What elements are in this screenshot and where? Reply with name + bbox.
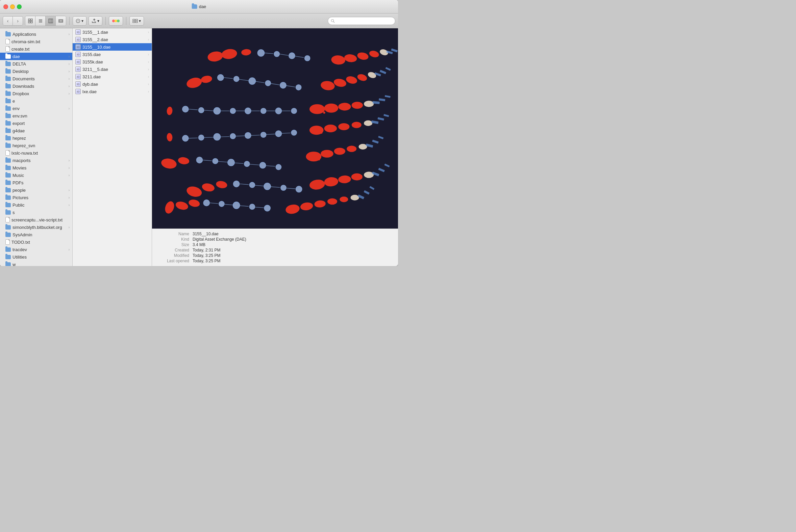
- file-name: 3155.dae: [83, 52, 101, 57]
- sidebar-item-simoncblyth-bitbucket-org[interactable]: simoncblyth.bitbucket.org›: [0, 224, 72, 231]
- sidebar-item-macports[interactable]: macports›: [0, 157, 72, 164]
- svg-point-76: [275, 108, 282, 114]
- sidebar: Applications›chroma-sim.txtcreate.txtdae…: [0, 28, 73, 266]
- sidebar-item-label: Public: [13, 203, 24, 208]
- svg-point-64: [182, 106, 188, 112]
- svg-point-142: [264, 183, 271, 190]
- file-row[interactable]: 3Ddyb.dae›: [73, 80, 152, 88]
- search-box[interactable]: [328, 17, 395, 25]
- sidebar-item-chroma-sim-txt[interactable]: chroma-sim.txt: [0, 38, 72, 45]
- sidebar-item-w[interactable]: w: [0, 261, 72, 266]
- dae-file-icon: 3D: [75, 52, 81, 57]
- sidebar-item-documents[interactable]: Documents›: [0, 75, 72, 82]
- sidebar-item-screencaptu---vie-script-txt[interactable]: screencaptu...vie-script.txt: [0, 216, 72, 224]
- view-list-button[interactable]: [35, 16, 46, 26]
- sidebar-item-delta[interactable]: DELTA›: [0, 60, 72, 68]
- file-row[interactable]: 3D3155k.dae›: [73, 58, 152, 65]
- kind-label: Kind: [159, 237, 193, 242]
- sidebar-item-dropbox[interactable]: Dropbox›: [0, 90, 72, 97]
- sidebar-item-env-svn[interactable]: env.svn: [0, 112, 72, 119]
- name-label: Name: [159, 232, 193, 236]
- sidebar-item-export[interactable]: export: [0, 119, 72, 127]
- sidebar-item-applications[interactable]: Applications›: [0, 31, 72, 38]
- sidebar-item-heprez-svn[interactable]: heprez_svn: [0, 142, 72, 149]
- view-columns-button[interactable]: [46, 16, 56, 26]
- svg-point-68: [214, 107, 221, 114]
- chevron-right-icon: ›: [69, 173, 70, 177]
- sidebar-item-create-txt[interactable]: create.txt: [0, 45, 72, 53]
- folder-icon: [5, 247, 11, 252]
- view-icon-button[interactable]: [25, 16, 35, 26]
- sidebar-item-people[interactable]: people›: [0, 186, 72, 194]
- view-group: [25, 16, 66, 26]
- view-cover-button[interactable]: [56, 16, 66, 26]
- folder-icon: [5, 62, 11, 66]
- sidebar-item-todo-txt[interactable]: TODO.txt: [0, 238, 72, 246]
- action-button[interactable]: ▾: [73, 16, 87, 26]
- file-row[interactable]: 3D3155.dae›: [73, 51, 152, 58]
- dae-file-icon: 3D: [75, 89, 81, 94]
- folder-icon: [5, 106, 11, 111]
- file-row[interactable]: 3D3155__10.dae: [73, 43, 152, 51]
- maximize-button[interactable]: [17, 4, 22, 9]
- svg-point-158: [203, 200, 210, 206]
- sidebar-item-dae[interactable]: dae›: [0, 53, 72, 60]
- arrange-button[interactable]: ▾: [129, 16, 144, 26]
- folder-icon: [5, 262, 11, 266]
- file-row[interactable]: 3Dlxe.dae›: [73, 88, 152, 95]
- sidebar-item-public[interactable]: Public›: [0, 201, 72, 209]
- sidebar-item-s[interactable]: s: [0, 209, 72, 216]
- tag-button[interactable]: [109, 16, 123, 26]
- chevron-right-icon: ›: [148, 60, 149, 64]
- dae-file-icon: 3D: [75, 44, 81, 50]
- dae-file-icon: 3D: [75, 81, 81, 87]
- file-name: 3155k.dae: [83, 59, 103, 64]
- sidebar-item-g4dae[interactable]: g4dae: [0, 127, 72, 134]
- sidebar-item-movies[interactable]: Movies›: [0, 164, 72, 171]
- sidebar-item-pdfs[interactable]: PDFs: [0, 179, 72, 186]
- back-button[interactable]: ‹: [3, 16, 13, 26]
- file-row[interactable]: 3D3155__2.dae›: [73, 36, 152, 43]
- sidebar-item-tracdev[interactable]: tracdev›: [0, 246, 72, 253]
- svg-point-121: [244, 161, 250, 167]
- nav-group: ‹ ›: [3, 16, 23, 26]
- sidebar-item-label: env.svn: [13, 113, 28, 118]
- sidebar-item-lxslc-nuwa-txt[interactable]: lxslc-nuwa.txt: [0, 149, 72, 157]
- sidebar-item-utilities[interactable]: Utilities: [0, 253, 72, 261]
- dae-preview: [152, 28, 398, 229]
- sidebar-item-music[interactable]: Music›: [0, 171, 72, 179]
- svg-point-105: [324, 125, 337, 132]
- file-row[interactable]: 3D3211.dae›: [73, 73, 152, 80]
- separator-1: [69, 17, 70, 25]
- sidebar-item-e[interactable]: e: [0, 97, 72, 104]
- svg-rect-9: [49, 19, 53, 23]
- file-icon: [5, 217, 10, 223]
- sidebar-item-downloads[interactable]: Downloads›: [0, 82, 72, 90]
- folder-icon: [5, 32, 11, 36]
- folder-icon: [5, 92, 11, 96]
- sidebar-item-label: Utilities: [13, 254, 27, 260]
- minimize-button[interactable]: [10, 4, 15, 9]
- file-row[interactable]: 3D3155__1.dae›: [73, 28, 152, 36]
- sidebar-item-desktop[interactable]: Desktop›: [0, 68, 72, 75]
- sidebar-item-heprez[interactable]: heprez: [0, 134, 72, 142]
- sidebar-item-pictures[interactable]: Pictures›: [0, 194, 72, 201]
- share-button[interactable]: ▾: [89, 16, 102, 26]
- svg-point-83: [364, 100, 374, 107]
- svg-point-117: [213, 158, 218, 164]
- chevron-right-icon: ›: [69, 77, 70, 81]
- file-row[interactable]: 3D3211__5.dae›: [73, 65, 152, 73]
- svg-point-52: [280, 82, 287, 89]
- sidebar-item-env[interactable]: env›: [0, 104, 72, 112]
- svg-point-166: [264, 205, 271, 211]
- forward-button[interactable]: ›: [13, 16, 23, 26]
- sidebar-item-label: Documents: [13, 76, 35, 81]
- svg-point-50: [265, 80, 271, 86]
- svg-line-90: [188, 138, 198, 138]
- folder-icon: [5, 84, 11, 89]
- sidebar-item-sysadmin[interactable]: SysAdmin: [0, 231, 72, 238]
- svg-point-160: [219, 201, 225, 207]
- close-button[interactable]: [3, 4, 8, 9]
- file-name: 3155__10.dae: [83, 44, 110, 50]
- search-input[interactable]: [336, 19, 392, 23]
